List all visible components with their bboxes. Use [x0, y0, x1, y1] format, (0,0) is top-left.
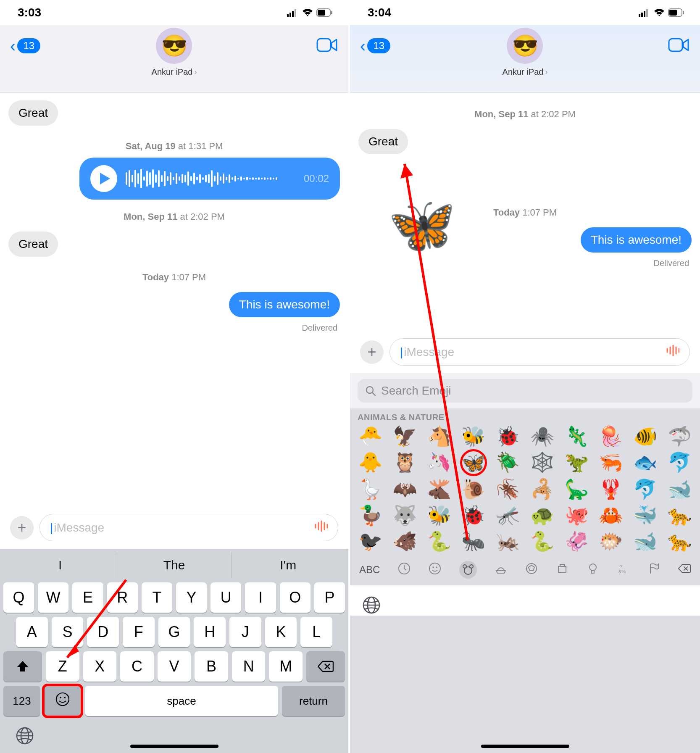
- key-e[interactable]: E: [72, 582, 103, 613]
- emoji-cell[interactable]: 🪲: [492, 453, 524, 473]
- key-p[interactable]: P: [314, 582, 345, 613]
- key-j[interactable]: J: [229, 617, 261, 647]
- emoji-cell[interactable]: 🦑: [561, 532, 592, 551]
- emoji-cell[interactable]: 🦞: [595, 479, 626, 499]
- emoji-cell[interactable]: 🐋: [664, 479, 695, 499]
- space-key[interactable]: space: [85, 686, 278, 716]
- key-n[interactable]: N: [232, 651, 266, 682]
- emoji-cell[interactable]: 🦕: [561, 479, 592, 499]
- emoji-cell[interactable]: 🪿: [355, 479, 386, 499]
- key-m[interactable]: M: [269, 651, 303, 682]
- symbols-tab[interactable]: !?&%: [617, 562, 629, 577]
- emoji-cell[interactable]: 🐣: [355, 427, 386, 446]
- key-k[interactable]: K: [265, 617, 297, 647]
- message-bubble[interactable]: Great: [8, 232, 58, 257]
- emoji-cell[interactable]: 🐟: [630, 453, 661, 473]
- attach-button[interactable]: +: [360, 340, 384, 364]
- back-button[interactable]: ‹ 13: [10, 37, 40, 55]
- waveform[interactable]: [126, 169, 295, 189]
- globe-button[interactable]: [16, 739, 34, 746]
- emoji-cell[interactable]: 🦈: [664, 427, 695, 446]
- key-x[interactable]: X: [83, 651, 117, 682]
- emoji-cell[interactable]: 🐆: [664, 532, 695, 551]
- flags-tab[interactable]: [647, 562, 660, 577]
- emoji-cell[interactable]: 🦇: [389, 479, 421, 499]
- play-button[interactable]: [90, 165, 117, 192]
- emoji-cell[interactable]: 🦆: [355, 506, 386, 525]
- emoji-cell[interactable]: 🐥: [355, 453, 386, 473]
- back-button[interactable]: ‹ 13: [360, 37, 390, 55]
- key-w[interactable]: W: [38, 582, 68, 613]
- emoji-cell[interactable]: 🐬: [664, 453, 695, 473]
- message-input[interactable]: |iMessage: [389, 338, 690, 366]
- emoji-cell[interactable]: 🦗: [492, 532, 524, 551]
- emoji-cell[interactable]: 🐢: [526, 506, 558, 525]
- key-u[interactable]: U: [211, 582, 241, 613]
- emoji-cell[interactable]: 🐌: [458, 479, 489, 499]
- key-q[interactable]: Q: [3, 582, 34, 613]
- emoji-cell[interactable]: 🐍: [424, 532, 455, 551]
- emoji-cell[interactable]: 🦉: [389, 453, 421, 473]
- emoji-cell[interactable]: 🐦‍⬛: [355, 532, 386, 551]
- attach-button[interactable]: +: [10, 516, 34, 540]
- emoji-cell[interactable]: 🦐: [595, 453, 626, 473]
- messages-area[interactable]: Great Sat, Aug 19 at 1:31 PM 00:02 Mon, …: [0, 93, 348, 508]
- suggestion[interactable]: I'm: [232, 552, 345, 578]
- home-indicator[interactable]: [481, 745, 569, 748]
- emoji-cell[interactable]: 🐬: [630, 479, 661, 499]
- emoji-cell[interactable]: 🕷️: [526, 427, 558, 446]
- return-key[interactable]: return: [282, 686, 345, 716]
- emoji-cell[interactable]: 🐴: [424, 427, 455, 446]
- key-l[interactable]: L: [300, 617, 332, 647]
- animals-tab[interactable]: [459, 561, 477, 579]
- emoji-cell[interactable]: 🐡: [595, 532, 626, 551]
- emoji-cell[interactable]: 🐜: [458, 532, 489, 551]
- backspace-key[interactable]: [306, 651, 345, 682]
- message-bubble[interactable]: This is awesome!: [581, 227, 692, 253]
- key-b[interactable]: B: [195, 651, 228, 682]
- numeric-key[interactable]: 123: [3, 686, 40, 716]
- globe-button[interactable]: [363, 608, 380, 615]
- emoji-cell[interactable]: 🐝: [458, 427, 489, 446]
- emoji-cell[interactable]: 🐝: [424, 506, 455, 525]
- abc-tab[interactable]: ABC: [359, 564, 380, 576]
- audio-message[interactable]: 00:02: [79, 158, 340, 200]
- emoji-cell[interactable]: 🪼: [595, 427, 626, 446]
- suggestion[interactable]: I: [3, 552, 117, 578]
- key-z[interactable]: Z: [46, 651, 79, 682]
- emoji-cell[interactable]: 🦖: [561, 453, 592, 473]
- key-f[interactable]: F: [123, 617, 155, 647]
- delete-tab[interactable]: [678, 562, 691, 577]
- emoji-cell[interactable]: 🐍: [526, 532, 558, 551]
- key-r[interactable]: R: [107, 582, 138, 613]
- emoji-cell[interactable]: 🐞: [458, 506, 489, 525]
- emoji-cell[interactable]: 🐗: [389, 532, 421, 551]
- messages-area[interactable]: Mon, Sep 11 at 2:02 PM Great 🦋 Today 1:0…: [350, 93, 700, 332]
- key-a[interactable]: A: [16, 617, 48, 647]
- emoji-cell[interactable]: 🐆: [664, 506, 695, 525]
- key-h[interactable]: H: [194, 617, 226, 647]
- key-y[interactable]: Y: [176, 582, 207, 613]
- message-bubble[interactable]: Great: [8, 100, 58, 126]
- emoji-cell[interactable]: 🪳: [492, 479, 524, 499]
- food-tab[interactable]: [495, 562, 507, 577]
- message-bubble[interactable]: This is awesome!: [229, 292, 340, 317]
- emoji-cell[interactable]: 🐳: [630, 506, 661, 525]
- message-bubble[interactable]: Great: [358, 129, 408, 154]
- emoji-keyboard-key[interactable]: [44, 686, 81, 716]
- emoji-grid[interactable]: 🐣🦅🐴🐝🐞🕷️🦎🪼🐠🦈🐥🦉🦄🦋🪲🕸️🦖🦐🐟🐬🪿🦇🫎🐌🪳🦂🦕🦞🐬🐋🦆🐺🐝🐞🦟🐢🐙🦀…: [350, 425, 700, 554]
- emoji-cell[interactable]: 🫎: [424, 479, 455, 499]
- activity-tab[interactable]: [525, 562, 538, 577]
- audio-record-icon[interactable]: [314, 520, 328, 535]
- suggestion[interactable]: The: [117, 552, 231, 578]
- emoji-cell[interactable]: 🐠: [630, 427, 661, 446]
- emoji-search[interactable]: Search Emoji: [358, 379, 692, 403]
- key-v[interactable]: V: [158, 651, 191, 682]
- emoji-cell[interactable]: 🦋: [458, 453, 489, 473]
- travel-tab[interactable]: [556, 562, 568, 577]
- emoji-cell[interactable]: 🐞: [492, 427, 524, 446]
- emoji-cell[interactable]: 🦎: [561, 427, 592, 446]
- emoji-cell[interactable]: 🐋: [630, 532, 661, 551]
- emoji-cell[interactable]: 🐺: [389, 506, 421, 525]
- key-o[interactable]: O: [280, 582, 311, 613]
